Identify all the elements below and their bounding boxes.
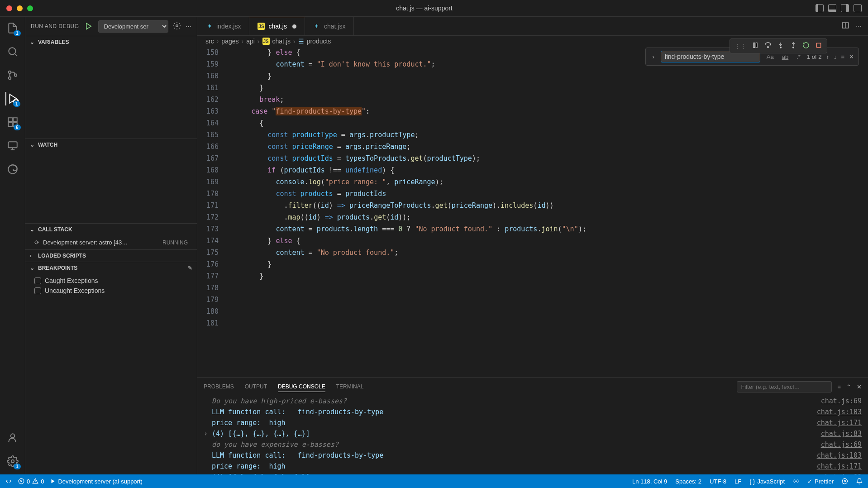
- panel-tab[interactable]: DEBUG CONSOLE: [278, 382, 325, 392]
- source-link[interactable]: chat.js:103: [817, 407, 862, 417]
- find-expand-toggle[interactable]: ›: [650, 53, 656, 61]
- cursor-position[interactable]: Ln 118, Col 9: [632, 478, 667, 485]
- editor-tab[interactable]: JSchat.js: [249, 17, 305, 35]
- spinner-icon: ⟳: [34, 239, 39, 246]
- eol[interactable]: LF: [734, 478, 741, 485]
- extensions-icon[interactable]: 6: [6, 115, 19, 129]
- window-zoom[interactable]: [27, 5, 33, 11]
- split-editor-icon[interactable]: [841, 21, 849, 31]
- window-close[interactable]: [6, 5, 12, 11]
- find-in-selection-icon[interactable]: ≡: [841, 53, 844, 60]
- whole-word-toggle[interactable]: ab: [780, 53, 790, 61]
- expand-toggle: [204, 407, 212, 417]
- panel-tab[interactable]: PROBLEMS: [204, 382, 234, 392]
- launch-config-status[interactable]: Development server (ai-support): [50, 478, 142, 485]
- callstack-item[interactable]: ⟳ Development server: astro [43… RUNNING: [31, 237, 191, 248]
- restart-button[interactable]: [802, 42, 810, 50]
- pause-button[interactable]: [752, 42, 759, 50]
- variables-section-header[interactable]: ⌄ VARIABLES: [25, 36, 197, 48]
- panel-tab[interactable]: OUTPUT: [245, 382, 267, 392]
- edit-icon[interactable]: ✎: [188, 265, 192, 271]
- callstack-section-header[interactable]: ⌄ CALL STACK: [25, 224, 197, 235]
- breakpoint-caught[interactable]: Caught Exceptions: [31, 276, 191, 286]
- explorer-icon[interactable]: 1: [6, 21, 19, 35]
- toggle-secondary-sidebar-icon[interactable]: [841, 4, 849, 12]
- svg-point-0: [9, 48, 15, 54]
- source-link[interactable]: chat.js:69: [821, 439, 862, 450]
- expand-toggle[interactable]: ›: [204, 472, 212, 474]
- search-icon[interactable]: [6, 45, 19, 58]
- console-filter-input[interactable]: [737, 381, 832, 392]
- step-out-button[interactable]: [790, 42, 797, 50]
- debug-config-select[interactable]: Development ser: [98, 20, 168, 33]
- more-actions-icon[interactable]: ⋯: [186, 23, 191, 30]
- debug-config-gear-icon[interactable]: [173, 22, 181, 31]
- step-into-button[interactable]: [777, 42, 784, 50]
- panel-maximize-icon[interactable]: ⌃: [846, 383, 851, 390]
- stop-button[interactable]: [815, 42, 822, 50]
- console-view-icon[interactable]: ≡: [837, 383, 841, 390]
- chevron-down-icon: ⌄: [30, 265, 35, 271]
- find-next-button[interactable]: ↓: [834, 53, 837, 60]
- drag-handle-icon[interactable]: ⋮⋮: [734, 43, 746, 49]
- remote-icon[interactable]: [6, 139, 19, 153]
- svg-rect-6: [13, 118, 17, 122]
- svg-point-12: [11, 460, 14, 463]
- toggle-panel-icon[interactable]: [828, 4, 836, 12]
- source-link[interactable]: chat.js:103: [817, 450, 862, 461]
- more-editor-actions-icon[interactable]: ⋯: [856, 23, 862, 29]
- remote-indicator[interactable]: [5, 478, 12, 484]
- find-result-count: 1 of 2: [807, 53, 822, 60]
- debug-console[interactable]: Do you have high-priced e-basses?chat.js…: [197, 396, 868, 474]
- run-debug-icon[interactable]: 1: [5, 92, 19, 105]
- customize-layout-icon[interactable]: [854, 4, 862, 12]
- checkbox[interactable]: [34, 277, 41, 284]
- checkbox[interactable]: [34, 287, 41, 294]
- find-prev-button[interactable]: ↑: [826, 53, 829, 60]
- start-debug-button[interactable]: [84, 21, 94, 31]
- expand-toggle: [204, 461, 212, 472]
- go-live-icon[interactable]: [793, 478, 799, 484]
- svg-point-3: [14, 74, 16, 76]
- expand-toggle[interactable]: ›: [204, 428, 212, 439]
- accounts-icon[interactable]: [6, 431, 19, 445]
- minimap[interactable]: [863, 47, 868, 377]
- code-editor[interactable]: } else { content = "I don't know this pr…: [227, 47, 868, 377]
- settings-icon[interactable]: 1: [6, 455, 19, 468]
- source-link[interactable]: chat.js:171: [817, 461, 862, 472]
- step-over-button[interactable]: [764, 42, 772, 50]
- prettier-status[interactable]: ✓ Prettier: [807, 478, 834, 485]
- window-minimize[interactable]: [17, 5, 23, 11]
- match-case-toggle[interactable]: Aa: [765, 53, 776, 61]
- chevron-down-icon: ⌄: [30, 142, 35, 148]
- panel-tab[interactable]: TERMINAL: [336, 382, 364, 392]
- errors-warnings[interactable]: 0 0: [18, 478, 44, 485]
- encoding[interactable]: UTF-8: [710, 478, 726, 485]
- loaded-scripts-section-header[interactable]: › LOADED SCRIPTS: [25, 250, 197, 262]
- source-link[interactable]: chat.js:171: [817, 417, 862, 428]
- breakpoint-uncaught[interactable]: Uncaught Exceptions: [31, 286, 191, 296]
- modified-indicator: [292, 24, 296, 29]
- line-gutter[interactable]: 1581591601611621631641651661671681691701…: [197, 47, 227, 377]
- source-link[interactable]: chat.js:83: [821, 428, 862, 439]
- regex-toggle[interactable]: .*: [795, 53, 802, 61]
- notifications-icon[interactable]: [856, 478, 863, 484]
- panel-close-icon[interactable]: ✕: [857, 383, 862, 390]
- edge-icon[interactable]: [6, 163, 19, 176]
- indentation[interactable]: Spaces: 2: [675, 478, 701, 485]
- source-link[interactable]: chat.js:83: [821, 472, 862, 474]
- js-file-icon: JS: [262, 38, 270, 45]
- svg-point-11: [10, 434, 14, 438]
- toggle-primary-sidebar-icon[interactable]: [816, 4, 824, 12]
- source-control-icon[interactable]: [6, 68, 19, 82]
- breakpoints-section-header[interactable]: ⌄ BREAKPOINTS ✎: [25, 262, 197, 274]
- expand-toggle: [204, 417, 212, 428]
- editor-tab[interactable]: ⚛index.jsx: [197, 17, 249, 35]
- close-find-button[interactable]: ✕: [849, 53, 854, 60]
- chevron-down-icon: ⌄: [30, 226, 35, 233]
- feedback-icon[interactable]: [842, 478, 848, 484]
- watch-section-header[interactable]: ⌄ WATCH: [25, 139, 197, 151]
- source-link[interactable]: chat.js:69: [821, 396, 862, 407]
- language-mode[interactable]: { } JavaScript: [749, 478, 785, 485]
- editor-tab[interactable]: ⚛chat.jsx: [305, 17, 354, 35]
